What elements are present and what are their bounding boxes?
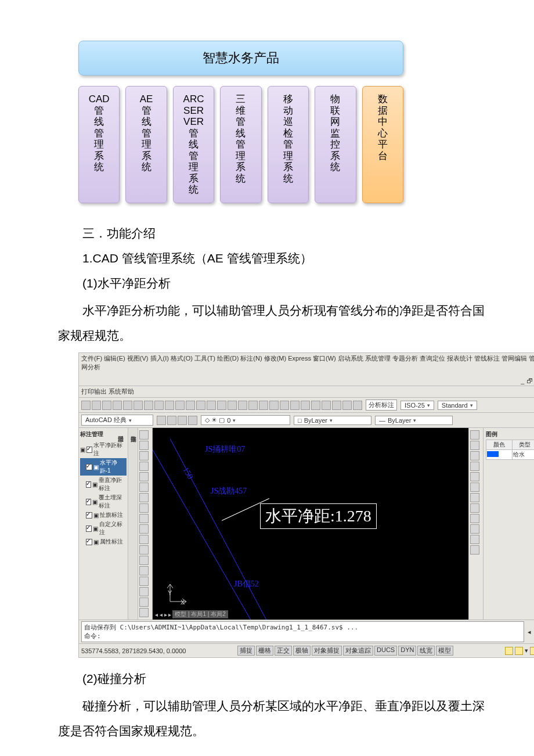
section-heading: 三．功能介绍 <box>58 221 493 246</box>
legend-title: 图例 <box>486 430 534 438</box>
file-icons[interactable] <box>81 401 362 410</box>
coordinates: 535774.5583, 2871829.5430, 0.0000 <box>81 647 186 654</box>
snap-toggle[interactable]: DYN <box>398 646 416 656</box>
node-label: JB倡52 <box>234 579 259 589</box>
layer-select[interactable]: ◇ ☀ ▢ 0 <box>201 415 290 425</box>
cad-screenshot: 文件(F) 编辑(E) 视图(V) 插入(I) 格式(O) 工具(T) 绘图(D… <box>78 352 534 658</box>
product-box: 移动巡检管理系统 <box>268 86 309 203</box>
snap-toggle[interactable]: 线宽 <box>417 646 435 656</box>
paragraph-2: 碰撞分析，可以辅助管理人员分析某区域的水平净距、垂直净距以及覆土深度是否符合国家… <box>58 693 493 743</box>
command-area[interactable]: 自动保存到 C:\Users\ADMINI~1\AppData\Local\Te… <box>79 620 534 643</box>
standard-select[interactable]: Standard <box>438 401 477 410</box>
product-diagram: 智慧水务产品 CAD管线管理系统AE管线管理系统ARCSERVER管线管理系统三… <box>78 41 403 203</box>
linetype-select[interactable]: — ByLayer <box>375 416 453 425</box>
command-history: 自动保存到 C:\Users\ADMINI~1\AppData\Local\Te… <box>81 621 524 642</box>
node-label: JS战勘457 <box>211 486 247 496</box>
snap-toggle[interactable]: 极轴 <box>293 646 311 656</box>
menu-bar-2: 打印输出 系统帮助 <box>79 386 534 398</box>
product-box: ARCSERVER管线管理系统 <box>173 86 214 203</box>
menu-bar: 文件(F) 编辑(E) 视图(V) 插入(I) 格式(O) 工具(T) 绘图(D… <box>79 353 534 386</box>
subsection-heading: 1.CAD 管线管理系统（AE 管线管理系统） <box>58 246 493 271</box>
snap-toggle[interactable]: DUCS <box>374 646 397 656</box>
iso-select[interactable]: ISO-25 <box>400 401 434 410</box>
product-box: 物联网监控系统 <box>315 86 356 203</box>
dim-text: 150 <box>181 466 194 481</box>
snap-toggle[interactable]: 捕捉 <box>237 646 255 656</box>
left-vertical-tabs[interactable]: 图层组数据连接图层过滤 <box>128 428 138 620</box>
diagram-title-box: 智慧水务产品 <box>78 41 403 75</box>
product-box: 三维管线管理系统 <box>220 86 261 203</box>
diagram-title: 智慧水务产品 <box>203 51 279 65</box>
legend-table: 颜色类型 给水 <box>486 440 534 460</box>
clearance-label: 水平净距:1.278 <box>260 503 377 529</box>
status-bar: 535774.5583, 2871829.5430, 0.0000 捕捉栅格正交… <box>79 643 534 657</box>
product-box: 数据中心平台 <box>362 86 403 203</box>
modify-toolbar[interactable] <box>468 428 483 620</box>
product-box: CAD管线管理系统 <box>78 86 120 203</box>
color-select[interactable]: □ ByLayer <box>294 416 371 425</box>
item-heading-2: (2)碰撞分析 <box>58 666 493 691</box>
draw-toolbar[interactable] <box>138 428 153 620</box>
product-box: AE管线管理系统 <box>125 86 167 203</box>
status-right-icons[interactable]: ▾ <box>505 647 534 655</box>
analysis-button[interactable]: 分析标注 <box>366 399 397 411</box>
paragraph-1: 水平净距分析功能，可以辅助管理人员分析现有管线分布的净距是否符合国家规程规范。 <box>58 298 493 348</box>
workspace-select[interactable]: AutoCAD 经典 <box>81 415 153 426</box>
snap-toggle[interactable]: 模型 <box>436 646 453 656</box>
node-label: JS捅耕唯07 <box>205 444 245 455</box>
drawing-canvas[interactable]: JS捅耕唯07 JS战勘457 JB倡52 150 水平净距:1.278 Y X… <box>153 428 468 620</box>
toolbar-1: 分析标注 ISO-25 Standard <box>79 398 534 413</box>
snap-toggle[interactable]: 对象捕捉 <box>312 646 342 656</box>
snap-toggle[interactable]: 对象追踪 <box>343 646 373 656</box>
window-controls[interactable]: _ 🗗 × <box>521 377 534 384</box>
ucs-icon: Y X <box>164 581 187 604</box>
layer-state-icons[interactable] <box>157 416 197 425</box>
snap-toggle[interactable]: 栅格 <box>256 646 273 656</box>
layout-tabs[interactable]: ◂ ◂ ▸ ▸ 模型 | 布局1 | 布局2 <box>155 610 228 618</box>
toolbar-2: AutoCAD 经典 ◇ ☀ ▢ 0 □ ByLayer — ByLayer <box>79 413 534 428</box>
item-heading-1: (1)水平净距分析 <box>58 271 493 296</box>
snap-toggle[interactable]: 正交 <box>275 646 292 656</box>
legend-panel: 图例 颜色类型 给水 <box>483 428 534 620</box>
